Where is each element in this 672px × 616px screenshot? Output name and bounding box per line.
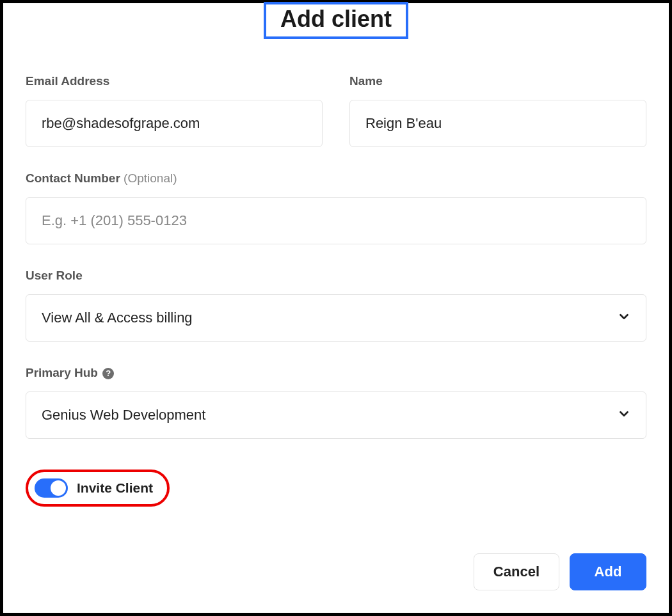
email-input[interactable] <box>26 100 323 147</box>
contact-input[interactable] <box>26 197 646 244</box>
role-select-wrap: View All & Access billing <box>26 294 646 342</box>
field-group-name: Name <box>349 74 646 147</box>
label-contact-optional: (Optional) <box>124 171 177 185</box>
cancel-button[interactable]: Cancel <box>474 553 559 590</box>
invite-client-toggle[interactable] <box>35 478 68 498</box>
label-name: Name <box>349 74 646 88</box>
invite-client-label: Invite Client <box>77 480 153 496</box>
label-email: Email Address <box>26 74 323 88</box>
row-email-name: Email Address Name <box>26 74 646 147</box>
field-group-email: Email Address <box>26 74 323 147</box>
dialog-header: Add client <box>26 3 646 39</box>
action-row: Cancel Add <box>474 553 646 590</box>
name-input[interactable] <box>349 100 646 147</box>
label-hub: Primary Hub ? <box>26 366 646 380</box>
field-group-hub: Primary Hub ? Genius Web Development <box>26 366 646 439</box>
label-role: User Role <box>26 269 646 283</box>
invite-client-row: Invite Client <box>26 470 170 507</box>
add-client-dialog: Add client Email Address Name Contact Nu… <box>0 0 672 616</box>
label-contact-text: Contact Number <box>26 171 120 185</box>
toggle-knob <box>51 480 66 496</box>
add-button[interactable]: Add <box>570 553 646 590</box>
hub-select[interactable]: Genius Web Development <box>26 391 646 439</box>
label-hub-text: Primary Hub <box>26 366 98 379</box>
label-contact: Contact Number (Optional) <box>26 171 646 186</box>
hub-select-wrap: Genius Web Development <box>26 391 646 439</box>
dialog-title: Add client <box>264 2 408 39</box>
role-select-value: View All & Access billing <box>42 310 193 326</box>
field-group-contact: Contact Number (Optional) <box>26 171 646 244</box>
help-icon[interactable]: ? <box>102 368 114 379</box>
role-select[interactable]: View All & Access billing <box>26 294 646 342</box>
hub-select-value: Genius Web Development <box>42 407 205 423</box>
field-group-role: User Role View All & Access billing <box>26 269 646 342</box>
